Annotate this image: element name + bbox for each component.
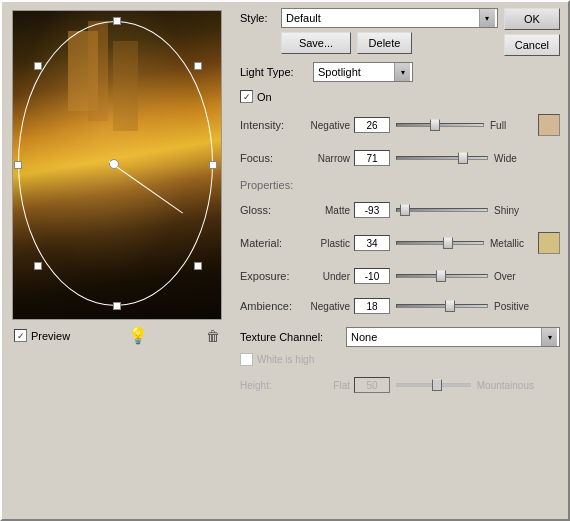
gloss-right-label: Shiny (494, 205, 534, 216)
ambience-thumb[interactable] (445, 300, 455, 312)
light-type-value: Spotlight (318, 66, 394, 78)
preview-canvas (12, 10, 222, 320)
light-type-dropdown[interactable]: Spotlight ▾ (313, 62, 413, 82)
exposure-thumb[interactable] (436, 270, 446, 282)
ambience-label: Ambience: (240, 300, 305, 312)
handle-top-right[interactable] (194, 62, 202, 70)
exposure-sliders: Under -10 Over (305, 265, 560, 287)
exposure-left-label: Under (305, 271, 350, 282)
texture-dropdown-arrow[interactable]: ▾ (541, 328, 557, 346)
intensity-left-label: Negative (305, 120, 350, 131)
trash-icon[interactable]: 🗑 (206, 328, 220, 344)
ok-cancel-group: OK Cancel (504, 8, 560, 56)
on-row: ✓ On (240, 90, 560, 103)
handle-top[interactable] (113, 17, 121, 25)
ok-button[interactable]: OK (504, 8, 560, 30)
focus-track[interactable] (396, 156, 488, 160)
ambience-track[interactable] (396, 304, 488, 308)
exposure-value[interactable]: -10 (354, 268, 390, 284)
light-type-row: Light Type: Spotlight ▾ (240, 62, 560, 82)
bulb-icon[interactable]: 💡 (128, 326, 148, 345)
handle-left[interactable] (14, 161, 22, 169)
material-label: Material: (240, 237, 305, 249)
left-panel: ✓ Preview 💡 🗑 (2, 2, 232, 519)
delete-button[interactable]: Delete (357, 32, 412, 54)
on-checkbox[interactable]: ✓ (240, 90, 253, 103)
height-left-label: Flat (305, 380, 350, 391)
preview-checkbox[interactable]: ✓ (14, 329, 27, 342)
focus-sliders: Narrow 71 Wide (305, 147, 560, 169)
light-type-label: Light Type: (240, 66, 305, 78)
style-row: Style: Default ▾ (240, 8, 498, 28)
ambience-row: Ambience: Negative 18 Positive (240, 295, 560, 317)
focus-right-label: Wide (494, 153, 534, 164)
save-delete-row: Save... Delete (240, 32, 498, 54)
focus-row: Focus: Narrow 71 Wide (240, 147, 560, 169)
white-is-high-checkbox (240, 353, 253, 366)
handle-right[interactable] (209, 161, 217, 169)
lighting-effects-dialog: ✓ Preview 💡 🗑 Style: Default ▾ (0, 0, 570, 521)
height-value: 50 (354, 377, 390, 393)
material-value[interactable]: 34 (354, 235, 390, 251)
material-right-label: Metallic (490, 238, 530, 249)
gloss-track[interactable] (396, 208, 488, 212)
gloss-thumb[interactable] (400, 204, 410, 216)
intensity-label: Intensity: (240, 119, 305, 131)
focus-label: Focus: (240, 152, 305, 164)
focus-left-label: Narrow (305, 153, 350, 164)
material-left-label: Plastic (305, 238, 350, 249)
height-row: Height: Flat 50 Mountainous (240, 374, 560, 396)
height-label: Height: (240, 380, 305, 391)
intensity-color-swatch[interactable] (538, 114, 560, 136)
intensity-row: Intensity: Negative 26 Full (240, 111, 560, 139)
save-button[interactable]: Save... (281, 32, 351, 54)
texture-value: None (351, 331, 541, 343)
height-right-label: Mountainous (477, 380, 534, 391)
handle-bottom-right[interactable] (194, 262, 202, 270)
intensity-slider-row: Negative 26 Full (305, 114, 560, 136)
preview-checkbox-group: ✓ Preview (14, 329, 70, 342)
gloss-sliders: Matte -93 Shiny (305, 199, 560, 221)
focus-slider-row: Narrow 71 Wide (305, 150, 560, 166)
material-track[interactable] (396, 241, 484, 245)
intensity-value[interactable]: 26 (354, 117, 390, 133)
material-sliders: Plastic 34 Metallic (305, 229, 560, 257)
exposure-label: Exposure: (240, 270, 305, 282)
texture-channel-row: Texture Channel: None ▾ (240, 327, 560, 347)
cancel-button[interactable]: Cancel (504, 34, 560, 56)
preview-label: Preview (31, 330, 70, 342)
ambience-value[interactable]: 18 (354, 298, 390, 314)
gloss-label: Gloss: (240, 204, 305, 216)
light-type-dropdown-arrow[interactable]: ▾ (394, 63, 410, 81)
gloss-left-label: Matte (305, 205, 350, 216)
focus-value[interactable]: 71 (354, 150, 390, 166)
style-dropdown[interactable]: Default ▾ (281, 8, 498, 28)
material-slider-row: Plastic 34 Metallic (305, 232, 560, 254)
style-label: Style: (240, 12, 275, 24)
ambience-sliders: Negative 18 Positive (305, 295, 560, 317)
gloss-value[interactable]: -93 (354, 202, 390, 218)
texture-dropdown[interactable]: None ▾ (346, 327, 560, 347)
focus-thumb[interactable] (458, 152, 468, 164)
texture-label: Texture Channel: (240, 331, 340, 343)
intensity-sliders: Negative 26 Full (305, 111, 560, 139)
ambience-right-label: Positive (494, 301, 534, 312)
intensity-track[interactable] (396, 123, 484, 127)
handle-bottom-left[interactable] (34, 262, 42, 270)
white-is-high-row: White is high (240, 353, 560, 366)
on-label: On (257, 91, 272, 103)
material-thumb[interactable] (443, 237, 453, 249)
material-color-swatch[interactable] (538, 232, 560, 254)
exposure-right-label: Over (494, 271, 534, 282)
height-track (396, 383, 471, 387)
style-value: Default (286, 12, 479, 24)
handle-top-left[interactable] (34, 62, 42, 70)
intensity-thumb[interactable] (430, 119, 440, 131)
height-slider-row: Flat 50 Mountainous (305, 377, 560, 393)
style-dropdown-arrow[interactable]: ▾ (479, 9, 495, 27)
ambience-slider-row: Negative 18 Positive (305, 298, 560, 314)
right-panel: Style: Default ▾ Save... Delete OK Cance… (232, 2, 568, 519)
exposure-track[interactable] (396, 274, 488, 278)
height-sliders: Flat 50 Mountainous (305, 374, 560, 396)
handle-bottom[interactable] (113, 302, 121, 310)
